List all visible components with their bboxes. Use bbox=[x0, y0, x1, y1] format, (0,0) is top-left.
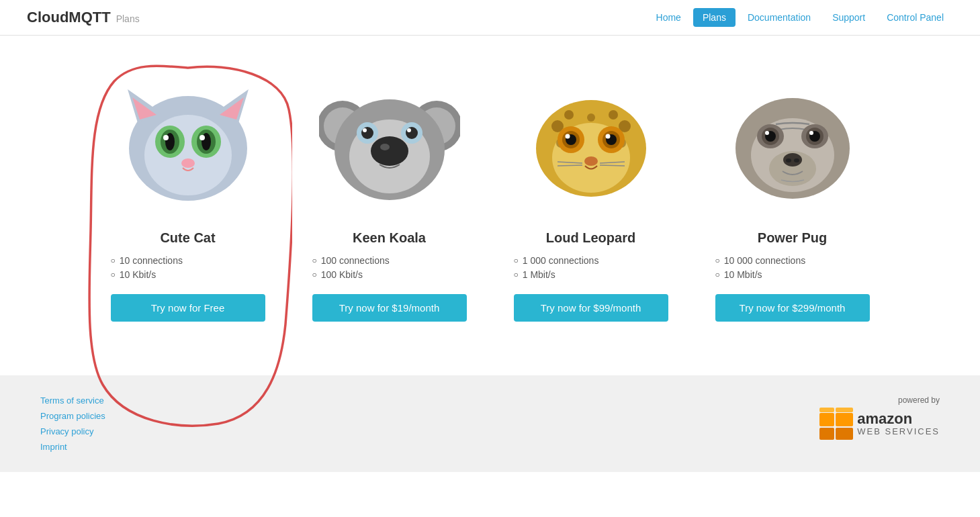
cat-image bbox=[111, 62, 265, 217]
keen-koala-feature-2: 100 Kbit/s bbox=[312, 269, 467, 280]
header-subtitle: Plans bbox=[116, 13, 140, 24]
svg-point-56 bbox=[765, 131, 769, 135]
header-nav: Home Plans Documentation Support Control… bbox=[647, 8, 953, 27]
leopard-image bbox=[514, 62, 668, 217]
svg-point-64 bbox=[794, 158, 799, 162]
power-pug-title: Power Pug bbox=[758, 230, 827, 246]
imprint-link[interactable]: Imprint bbox=[40, 442, 105, 452]
web-services-text: WEB SERVICES bbox=[857, 427, 940, 436]
cute-cat-features: 10 connections 10 Kbit/s bbox=[97, 255, 279, 283]
plan-loud-leopard: Loud Leopard 1 000 connections 1 Mbit/s … bbox=[500, 62, 682, 335]
plans-section: Cute Cat 10 connections 10 Kbit/s Try no… bbox=[0, 36, 980, 375]
svg-point-22 bbox=[380, 144, 390, 150]
svg-point-27 bbox=[406, 127, 418, 139]
program-policies-link[interactable]: Program policies bbox=[40, 411, 105, 421]
loud-leopard-button[interactable]: Try now for $99/month bbox=[514, 294, 668, 322]
svg-line-48 bbox=[558, 165, 582, 166]
pug-image bbox=[715, 62, 870, 217]
svg-point-13 bbox=[199, 135, 205, 140]
power-pug-feature-1: 10 000 connections bbox=[715, 255, 870, 266]
svg-rect-66 bbox=[819, 428, 834, 440]
loud-leopard-features: 1 000 connections 1 Mbit/s bbox=[500, 255, 682, 283]
keen-koala-button[interactable]: Try now for $19/month bbox=[312, 294, 467, 322]
plan-keen-koala: Keen Koala 100 connections 100 Kbit/s Tr… bbox=[299, 62, 480, 335]
svg-point-34 bbox=[609, 110, 618, 120]
header-left: CloudMQTT Plans bbox=[27, 9, 140, 26]
terms-link[interactable]: Terms of service bbox=[40, 395, 105, 406]
aws-badge: powered by amazon WEB SERVICES bbox=[819, 395, 940, 440]
svg-point-41 bbox=[565, 134, 570, 139]
svg-line-50 bbox=[600, 165, 625, 166]
power-pug-feature-2: 10 Mbit/s bbox=[715, 269, 870, 280]
nav-support[interactable]: Support bbox=[823, 8, 875, 27]
svg-point-46 bbox=[584, 156, 598, 166]
svg-point-25 bbox=[363, 128, 367, 132]
cute-cat-button[interactable]: Try now for Free bbox=[111, 294, 265, 322]
svg-point-62 bbox=[783, 153, 802, 167]
loud-leopard-feature-1: 1 000 connections bbox=[514, 255, 668, 266]
plan-power-pug: Power Pug 10 000 connections 10 Mbit/s T… bbox=[702, 62, 883, 335]
svg-rect-68 bbox=[836, 428, 853, 440]
power-pug-features: 10 000 connections 10 Mbit/s bbox=[702, 255, 883, 283]
svg-point-60 bbox=[809, 131, 813, 135]
cute-cat-title: Cute Cat bbox=[160, 230, 215, 246]
footer-links: Terms of service Program policies Privac… bbox=[40, 395, 105, 452]
svg-point-63 bbox=[786, 158, 791, 162]
cute-cat-feature-2: 10 Kbit/s bbox=[111, 269, 265, 280]
svg-point-35 bbox=[587, 113, 595, 122]
svg-point-9 bbox=[163, 135, 169, 140]
keen-koala-features: 100 connections 100 Kbit/s bbox=[299, 255, 480, 283]
nav-plans[interactable]: Plans bbox=[693, 8, 736, 27]
plan-cute-cat: Cute Cat 10 connections 10 Kbit/s Try no… bbox=[97, 62, 279, 335]
svg-rect-67 bbox=[836, 413, 853, 426]
powered-by-text: powered by bbox=[898, 395, 940, 405]
footer: Terms of service Program policies Privac… bbox=[0, 375, 980, 472]
header: CloudMQTT Plans Home Plans Documentation… bbox=[0, 0, 980, 36]
aws-icon bbox=[819, 408, 853, 440]
svg-point-24 bbox=[361, 127, 373, 139]
nav-control-panel[interactable]: Control Panel bbox=[877, 8, 953, 27]
svg-point-21 bbox=[371, 136, 408, 166]
keen-koala-feature-1: 100 connections bbox=[312, 255, 467, 266]
amazon-text: amazon bbox=[857, 411, 940, 427]
cute-cat-feature-1: 10 connections bbox=[111, 255, 265, 266]
keen-koala-title: Keen Koala bbox=[353, 230, 426, 246]
svg-point-45 bbox=[605, 134, 610, 139]
loud-leopard-title: Loud Leopard bbox=[546, 230, 635, 246]
loud-leopard-feature-2: 1 Mbit/s bbox=[514, 269, 668, 280]
aws-logo: amazon WEB SERVICES bbox=[819, 408, 940, 440]
nav-documentation[interactable]: Documentation bbox=[738, 8, 820, 27]
svg-point-32 bbox=[564, 110, 574, 120]
privacy-policy-link[interactable]: Privacy policy bbox=[40, 426, 105, 436]
koala-image bbox=[312, 62, 467, 217]
svg-point-28 bbox=[407, 128, 411, 132]
power-pug-button[interactable]: Try now for $299/month bbox=[715, 294, 870, 322]
svg-rect-65 bbox=[819, 413, 834, 426]
svg-rect-70 bbox=[836, 408, 853, 412]
svg-point-1 bbox=[144, 115, 232, 195]
nav-home[interactable]: Home bbox=[647, 8, 691, 27]
svg-rect-69 bbox=[819, 408, 834, 412]
brand-name: CloudMQTT bbox=[27, 9, 111, 26]
svg-point-14 bbox=[181, 158, 195, 168]
aws-wordmark: amazon WEB SERVICES bbox=[857, 411, 940, 436]
